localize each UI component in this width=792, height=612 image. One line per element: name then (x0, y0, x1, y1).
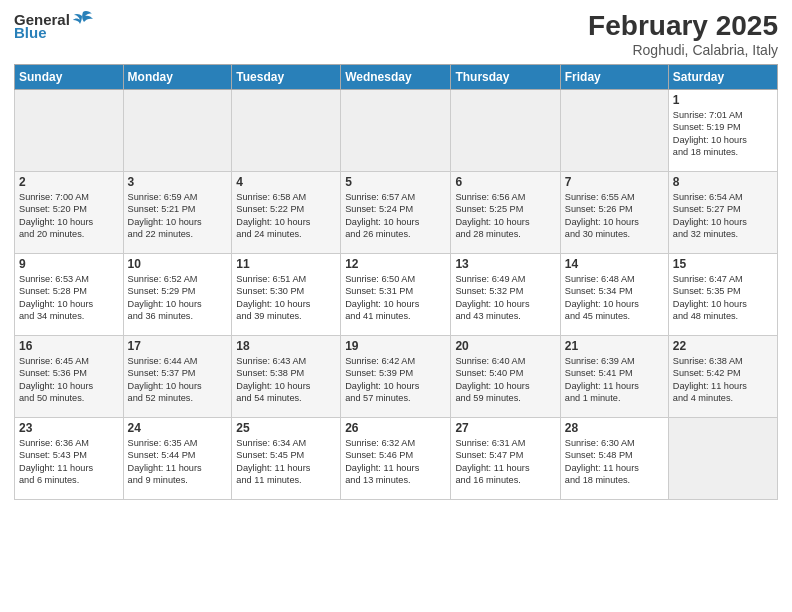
day-number: 5 (345, 175, 446, 189)
table-row (232, 90, 341, 172)
day-number: 16 (19, 339, 119, 353)
table-row: 16Sunrise: 6:45 AM Sunset: 5:36 PM Dayli… (15, 336, 124, 418)
calendar-week-row: 2Sunrise: 7:00 AM Sunset: 5:20 PM Daylig… (15, 172, 778, 254)
day-info: Sunrise: 6:49 AM Sunset: 5:32 PM Dayligh… (455, 273, 555, 323)
table-row: 18Sunrise: 6:43 AM Sunset: 5:38 PM Dayli… (232, 336, 341, 418)
day-info: Sunrise: 6:55 AM Sunset: 5:26 PM Dayligh… (565, 191, 664, 241)
day-number: 28 (565, 421, 664, 435)
table-row: 23Sunrise: 6:36 AM Sunset: 5:43 PM Dayli… (15, 418, 124, 500)
title-block: February 2025 Roghudi, Calabria, Italy (588, 10, 778, 58)
table-row (668, 418, 777, 500)
day-info: Sunrise: 6:48 AM Sunset: 5:34 PM Dayligh… (565, 273, 664, 323)
table-row: 14Sunrise: 6:48 AM Sunset: 5:34 PM Dayli… (560, 254, 668, 336)
day-number: 24 (128, 421, 228, 435)
table-row: 7Sunrise: 6:55 AM Sunset: 5:26 PM Daylig… (560, 172, 668, 254)
table-row: 15Sunrise: 6:47 AM Sunset: 5:35 PM Dayli… (668, 254, 777, 336)
day-info: Sunrise: 6:45 AM Sunset: 5:36 PM Dayligh… (19, 355, 119, 405)
table-row: 6Sunrise: 6:56 AM Sunset: 5:25 PM Daylig… (451, 172, 560, 254)
col-sunday: Sunday (15, 65, 124, 90)
day-info: Sunrise: 6:32 AM Sunset: 5:46 PM Dayligh… (345, 437, 446, 487)
day-info: Sunrise: 6:57 AM Sunset: 5:24 PM Dayligh… (345, 191, 446, 241)
table-row: 11Sunrise: 6:51 AM Sunset: 5:30 PM Dayli… (232, 254, 341, 336)
day-info: Sunrise: 7:01 AM Sunset: 5:19 PM Dayligh… (673, 109, 773, 159)
table-row: 19Sunrise: 6:42 AM Sunset: 5:39 PM Dayli… (341, 336, 451, 418)
day-info: Sunrise: 6:40 AM Sunset: 5:40 PM Dayligh… (455, 355, 555, 405)
table-row: 8Sunrise: 6:54 AM Sunset: 5:27 PM Daylig… (668, 172, 777, 254)
calendar-week-row: 1Sunrise: 7:01 AM Sunset: 5:19 PM Daylig… (15, 90, 778, 172)
day-number: 13 (455, 257, 555, 271)
col-friday: Friday (560, 65, 668, 90)
day-info: Sunrise: 7:00 AM Sunset: 5:20 PM Dayligh… (19, 191, 119, 241)
day-info: Sunrise: 6:59 AM Sunset: 5:21 PM Dayligh… (128, 191, 228, 241)
day-number: 6 (455, 175, 555, 189)
day-info: Sunrise: 6:42 AM Sunset: 5:39 PM Dayligh… (345, 355, 446, 405)
table-row (123, 90, 232, 172)
day-info: Sunrise: 6:31 AM Sunset: 5:47 PM Dayligh… (455, 437, 555, 487)
day-info: Sunrise: 6:36 AM Sunset: 5:43 PM Dayligh… (19, 437, 119, 487)
table-row: 24Sunrise: 6:35 AM Sunset: 5:44 PM Dayli… (123, 418, 232, 500)
table-row (15, 90, 124, 172)
day-number: 7 (565, 175, 664, 189)
table-row: 26Sunrise: 6:32 AM Sunset: 5:46 PM Dayli… (341, 418, 451, 500)
day-info: Sunrise: 6:50 AM Sunset: 5:31 PM Dayligh… (345, 273, 446, 323)
day-info: Sunrise: 6:38 AM Sunset: 5:42 PM Dayligh… (673, 355, 773, 405)
logo-blue: Blue (14, 24, 47, 41)
day-number: 25 (236, 421, 336, 435)
col-monday: Monday (123, 65, 232, 90)
day-info: Sunrise: 6:54 AM Sunset: 5:27 PM Dayligh… (673, 191, 773, 241)
day-number: 27 (455, 421, 555, 435)
calendar-header-row: Sunday Monday Tuesday Wednesday Thursday… (15, 65, 778, 90)
table-row: 5Sunrise: 6:57 AM Sunset: 5:24 PM Daylig… (341, 172, 451, 254)
table-row: 4Sunrise: 6:58 AM Sunset: 5:22 PM Daylig… (232, 172, 341, 254)
table-row: 10Sunrise: 6:52 AM Sunset: 5:29 PM Dayli… (123, 254, 232, 336)
day-number: 9 (19, 257, 119, 271)
day-info: Sunrise: 6:53 AM Sunset: 5:28 PM Dayligh… (19, 273, 119, 323)
day-number: 20 (455, 339, 555, 353)
day-info: Sunrise: 6:30 AM Sunset: 5:48 PM Dayligh… (565, 437, 664, 487)
day-number: 18 (236, 339, 336, 353)
calendar-table: Sunday Monday Tuesday Wednesday Thursday… (14, 64, 778, 500)
page-container: General Blue February 2025 Roghudi, Cala… (0, 0, 792, 506)
table-row: 17Sunrise: 6:44 AM Sunset: 5:37 PM Dayli… (123, 336, 232, 418)
day-info: Sunrise: 6:52 AM Sunset: 5:29 PM Dayligh… (128, 273, 228, 323)
table-row: 21Sunrise: 6:39 AM Sunset: 5:41 PM Dayli… (560, 336, 668, 418)
header: General Blue February 2025 Roghudi, Cala… (14, 10, 778, 58)
col-saturday: Saturday (668, 65, 777, 90)
table-row: 12Sunrise: 6:50 AM Sunset: 5:31 PM Dayli… (341, 254, 451, 336)
table-row: 2Sunrise: 7:00 AM Sunset: 5:20 PM Daylig… (15, 172, 124, 254)
day-number: 22 (673, 339, 773, 353)
month-title: February 2025 (588, 10, 778, 42)
day-info: Sunrise: 6:47 AM Sunset: 5:35 PM Dayligh… (673, 273, 773, 323)
calendar-week-row: 23Sunrise: 6:36 AM Sunset: 5:43 PM Dayli… (15, 418, 778, 500)
day-number: 23 (19, 421, 119, 435)
day-number: 14 (565, 257, 664, 271)
day-number: 11 (236, 257, 336, 271)
col-tuesday: Tuesday (232, 65, 341, 90)
day-info: Sunrise: 6:39 AM Sunset: 5:41 PM Dayligh… (565, 355, 664, 405)
table-row (560, 90, 668, 172)
table-row: 3Sunrise: 6:59 AM Sunset: 5:21 PM Daylig… (123, 172, 232, 254)
day-number: 4 (236, 175, 336, 189)
day-number: 8 (673, 175, 773, 189)
day-info: Sunrise: 6:44 AM Sunset: 5:37 PM Dayligh… (128, 355, 228, 405)
col-wednesday: Wednesday (341, 65, 451, 90)
day-number: 15 (673, 257, 773, 271)
table-row: 1Sunrise: 7:01 AM Sunset: 5:19 PM Daylig… (668, 90, 777, 172)
table-row: 27Sunrise: 6:31 AM Sunset: 5:47 PM Dayli… (451, 418, 560, 500)
table-row: 25Sunrise: 6:34 AM Sunset: 5:45 PM Dayli… (232, 418, 341, 500)
table-row (451, 90, 560, 172)
day-info: Sunrise: 6:58 AM Sunset: 5:22 PM Dayligh… (236, 191, 336, 241)
day-number: 26 (345, 421, 446, 435)
location: Roghudi, Calabria, Italy (588, 42, 778, 58)
calendar-week-row: 16Sunrise: 6:45 AM Sunset: 5:36 PM Dayli… (15, 336, 778, 418)
day-info: Sunrise: 6:35 AM Sunset: 5:44 PM Dayligh… (128, 437, 228, 487)
day-info: Sunrise: 6:34 AM Sunset: 5:45 PM Dayligh… (236, 437, 336, 487)
day-number: 17 (128, 339, 228, 353)
day-number: 10 (128, 257, 228, 271)
day-info: Sunrise: 6:43 AM Sunset: 5:38 PM Dayligh… (236, 355, 336, 405)
day-number: 1 (673, 93, 773, 107)
day-number: 12 (345, 257, 446, 271)
table-row (341, 90, 451, 172)
logo: General Blue (14, 10, 94, 41)
calendar-week-row: 9Sunrise: 6:53 AM Sunset: 5:28 PM Daylig… (15, 254, 778, 336)
